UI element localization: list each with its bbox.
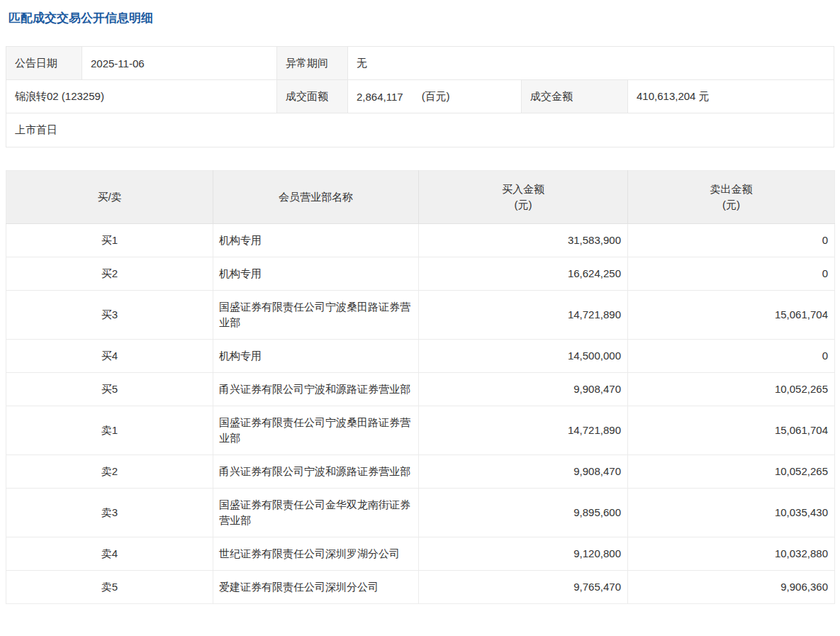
buy-amount-cell: 16,624,250: [419, 257, 628, 291]
sell-amount-cell: 9,906,360: [628, 571, 835, 604]
sell-amount-cell: 0: [628, 257, 835, 291]
branch-cell: 国盛证券有限责任公司宁波桑田路证券营业部: [213, 291, 419, 340]
header-buy-amount: 买入金额 (元): [419, 171, 628, 224]
sell-amount-cell: 0: [628, 340, 835, 373]
table-row: 卖4 世纪证券有限责任公司深圳罗湖分公司 9,120,800 10,032,88…: [6, 537, 835, 571]
branch-cell: 甬兴证券有限公司宁波和源路证券营业部: [213, 455, 419, 489]
branch-cell: 机构专用: [213, 257, 419, 291]
branch-cell: 爱建证券有限责任公司深圳分公司: [213, 571, 419, 604]
security-name: 锦浪转02 (123259): [6, 80, 277, 113]
branch-cell: 国盛证券有限责任公司金华双龙南街证券营业部: [213, 489, 419, 537]
summary-info-block: 公告日期 2025-11-06 异常期间 无 锦浪转02 (123259) 成交…: [6, 46, 834, 147]
abnormal-period-label: 异常期间: [277, 47, 348, 79]
table-row: 买2 机构专用 16,624,250 0: [6, 257, 835, 291]
table-row: 卖5 爱建证券有限责任公司深圳分公司 9,765,470 9,906,360: [6, 571, 835, 604]
table-row: 买1 机构专用 31,583,900 0: [6, 224, 835, 257]
buy-amount-cell: 9,908,470: [419, 455, 628, 489]
side-cell: 买5: [6, 373, 213, 406]
announce-date-value: 2025-11-06: [82, 47, 277, 79]
side-cell: 卖1: [6, 406, 213, 455]
summary-row-2: 锦浪转02 (123259) 成交面额 2,864,117 (百元) 成交金额 …: [6, 80, 834, 113]
side-cell: 卖4: [6, 537, 213, 571]
branch-cell: 世纪证券有限责任公司深圳罗湖分公司: [213, 537, 419, 571]
branch-cell: 机构专用: [213, 224, 419, 257]
table-row: 卖2 甬兴证券有限公司宁波和源路证券营业部 9,908,470 10,052,2…: [6, 455, 835, 489]
side-cell: 卖5: [6, 571, 213, 604]
sell-amount-cell: 10,052,265: [628, 373, 835, 406]
sell-amount-cell: 10,052,265: [628, 455, 835, 489]
sell-amount-cell: 10,032,880: [628, 537, 835, 571]
face-amount-label: 成交面额: [277, 80, 348, 113]
summary-row-3: 上市首日: [6, 113, 834, 147]
side-cell: 买3: [6, 291, 213, 340]
header-side: 买/卖: [6, 171, 213, 224]
face-amount-unit: (百元): [422, 90, 450, 104]
summary-row-1: 公告日期 2025-11-06 异常期间 无: [6, 47, 834, 80]
buy-amount-cell: 14,721,890: [419, 291, 628, 340]
sell-amount-cell: 10,035,430: [628, 489, 835, 537]
table-row: 买3 国盛证券有限责任公司宁波桑田路证券营业部 14,721,890 15,06…: [6, 291, 835, 340]
trade-detail-table: 买/卖 会员营业部名称 买入金额 (元) 卖出金额 (元) 买1 机构专用 31…: [6, 170, 835, 604]
sell-amount-cell: 15,061,704: [628, 291, 835, 340]
buy-amount-cell: 14,500,000: [419, 340, 628, 373]
buy-amount-cell: 9,908,470: [419, 373, 628, 406]
face-amount-number: 2,864,117: [357, 91, 403, 103]
side-cell: 卖3: [6, 489, 213, 537]
table-row: 买5 甬兴证券有限公司宁波和源路证券营业部 9,908,470 10,052,2…: [6, 373, 835, 406]
listing-note: 上市首日: [6, 113, 834, 147]
face-amount-value: 2,864,117 (百元): [348, 80, 522, 113]
side-cell: 买2: [6, 257, 213, 291]
table-row: 买4 机构专用 14,500,000 0: [6, 340, 835, 373]
page-title: 匹配成交交易公开信息明细: [9, 10, 840, 27]
buy-amount-cell: 9,120,800: [419, 537, 628, 571]
side-cell: 买1: [6, 224, 213, 257]
buy-amount-cell: 9,765,470: [419, 571, 628, 604]
sell-amount-cell: 0: [628, 224, 835, 257]
side-cell: 卖2: [6, 455, 213, 489]
buy-amount-cell: 31,583,900: [419, 224, 628, 257]
table-row: 卖3 国盛证券有限责任公司金华双龙南街证券营业部 9,895,600 10,03…: [6, 489, 835, 537]
abnormal-period-value: 无: [348, 47, 834, 79]
table-header-row: 买/卖 会员营业部名称 买入金额 (元) 卖出金额 (元): [6, 171, 835, 224]
disclosure-page: 匹配成交交易公开信息明细 公告日期 2025-11-06 异常期间 无 锦浪转0…: [0, 10, 840, 636]
header-sell-amount: 卖出金额 (元): [628, 171, 835, 224]
sell-amount-cell: 15,061,704: [628, 406, 835, 455]
table-row: 卖1 国盛证券有限责任公司宁波桑田路证券营业部 14,721,890 15,06…: [6, 406, 835, 455]
trade-amount-label: 成交金额: [522, 80, 628, 113]
branch-cell: 国盛证券有限责任公司宁波桑田路证券营业部: [213, 406, 419, 455]
buy-amount-cell: 9,895,600: [419, 489, 628, 537]
trade-amount-value: 410,613,204 元: [628, 80, 834, 113]
announce-date-label: 公告日期: [6, 47, 82, 79]
buy-amount-cell: 14,721,890: [419, 406, 628, 455]
branch-cell: 机构专用: [213, 340, 419, 373]
branch-cell: 甬兴证券有限公司宁波和源路证券营业部: [213, 373, 419, 406]
header-branch-name: 会员营业部名称: [213, 171, 419, 224]
side-cell: 买4: [6, 340, 213, 373]
